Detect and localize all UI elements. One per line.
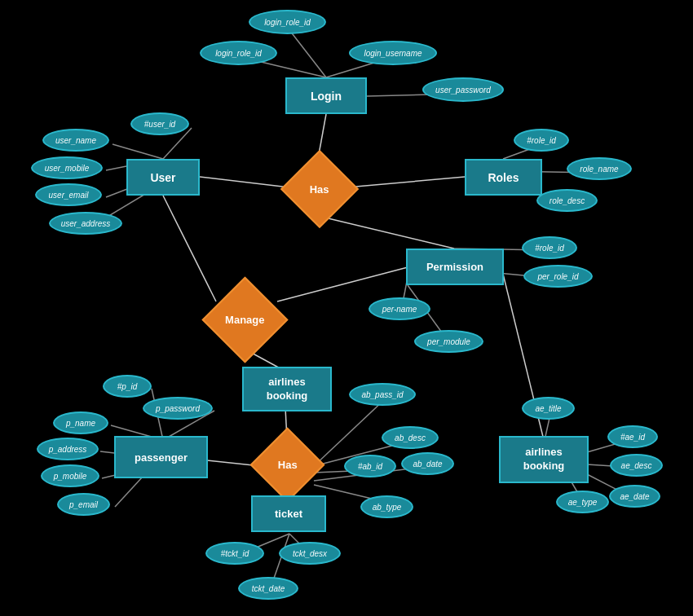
attr-tckt-date: tckt_date <box>238 577 298 600</box>
airlines-booking-2-entity: airlines booking <box>499 436 589 483</box>
attr-ae-id: #ae_id <box>607 425 658 448</box>
svg-line-15 <box>318 216 454 249</box>
attr-p-email: p_email <box>57 493 110 516</box>
attr-user-password: user_password <box>422 77 504 102</box>
attr-role-id: #role_id <box>514 129 569 152</box>
attr-role-name: role_name <box>567 157 632 180</box>
attr-tckt-desx: tckt_desx <box>279 542 341 565</box>
attr-tckt-id: #tckt_id <box>205 542 264 565</box>
svg-line-30 <box>115 477 143 507</box>
attr-p-name: p_name <box>53 411 108 434</box>
attr-ab-pass-id: ab_pass_id <box>349 383 416 406</box>
attr-user-address: user_address <box>49 212 122 235</box>
login-entity: Login <box>285 77 367 114</box>
airlines-booking-1-entity: airlines booking <box>242 367 332 411</box>
attr-ab-type: ab_type <box>360 495 413 518</box>
attr-ae-date: ae_date <box>609 485 660 508</box>
user-entity: User <box>126 159 200 196</box>
svg-line-14 <box>346 177 465 187</box>
attr-per-module: per_module <box>414 330 483 353</box>
attr-login-role-id-left: login_role_id <box>200 41 277 65</box>
attr-role-desc: role_desc <box>536 189 598 212</box>
attr-p-mobile: p_mobile <box>41 464 99 487</box>
attr-ae-type: ae_type <box>556 491 609 513</box>
attr-per-role-id: per_role_id <box>523 265 593 288</box>
attr-ae-title: ae_title <box>522 397 575 420</box>
svg-line-20 <box>163 196 216 301</box>
attr-p-address: p_address <box>37 438 99 460</box>
attr-user-id: #user_id <box>130 112 189 135</box>
attr-per-name: per-name <box>369 297 430 320</box>
attr-login-role-id-top: login_role_id <box>249 10 326 34</box>
ticket-entity: ticket <box>251 495 326 532</box>
attr-user-name: user_name <box>42 129 109 152</box>
attr-user-email: user_email <box>35 183 102 206</box>
attr-ae-desc: ae_desc <box>610 454 663 477</box>
permission-entity: Permission <box>406 249 504 285</box>
svg-line-22 <box>277 267 408 301</box>
attr-ab-id: #ab_id <box>344 455 396 477</box>
svg-line-4 <box>113 144 163 159</box>
attr-ab-desc: ab_desc <box>382 426 439 449</box>
attr-user-mobile: user_mobile <box>31 156 103 179</box>
svg-line-13 <box>200 177 289 187</box>
attr-perm-role-id: #role_id <box>522 236 577 259</box>
er-diagram: Login User Has Roles Permission Manage a… <box>0 0 693 616</box>
attr-ab-date: ab_date <box>401 452 454 475</box>
attr-login-username: login_username <box>349 41 437 65</box>
attr-p-password: p_password <box>143 397 213 420</box>
passenger-entity: passenger <box>114 436 208 478</box>
roles-entity: Roles <box>465 159 542 196</box>
attr-p-id: #p_id <box>103 375 152 398</box>
